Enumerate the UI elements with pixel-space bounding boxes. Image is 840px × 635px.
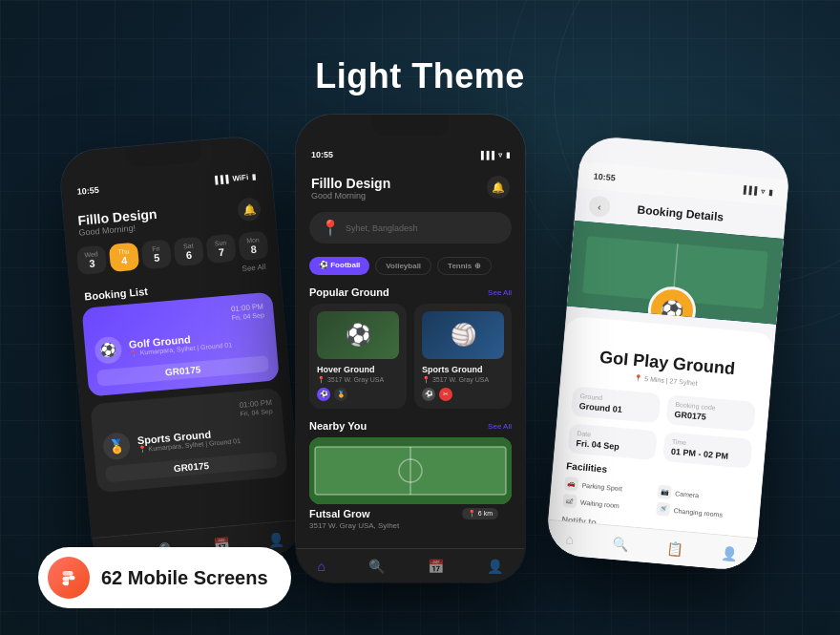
changing-label: Changing rooms: [673, 507, 723, 518]
status-time-center: 10:55: [311, 150, 333, 159]
day-mon[interactable]: Mon 8: [238, 231, 268, 262]
changing-icon: 🚿: [656, 502, 670, 517]
hover-ground-img: ⚽: [317, 311, 399, 359]
sport-tabs: ⚽ Football Volleyball Tennis ⊕: [296, 249, 525, 283]
bottom-badge: 62 Mobile Screens: [38, 547, 291, 608]
battery-icon-c: ▮: [506, 151, 510, 159]
left-screen: 10:55 ▐▐▐ WiFi ▮ Filllo Design Good Morn…: [58, 135, 304, 571]
camera-label: Camera: [675, 490, 699, 498]
nav-home-r[interactable]: ⌂: [565, 531, 575, 547]
detail-date: Date Fri. 04 Sep: [568, 423, 658, 460]
popular-see-all[interactable]: See All: [488, 288, 512, 297]
tab-football[interactable]: ⚽ Football: [309, 257, 369, 275]
waiting-icon: 🛋: [563, 494, 578, 508]
search-bar-center[interactable]: 📍 Syhet, Bangladesh: [309, 212, 512, 243]
nav-profile[interactable]: 👤: [267, 531, 284, 547]
app-info-center: Filllo Design Good Morning: [311, 176, 390, 201]
badge-text: 62 Mobile Screens: [101, 567, 268, 589]
nearby-ground-img: [309, 437, 512, 504]
tab-volleyball[interactable]: Volleyball: [375, 257, 431, 275]
hover-ground-name: Hover Ground: [317, 365, 399, 374]
center-header: Filllo Design Good Morning 🔔: [296, 168, 525, 206]
detail-code: Booking code GR0175: [666, 394, 756, 432]
battery-icon: ▮: [252, 172, 257, 180]
sports-ground-addr: 📍 3517 W. Gray USA: [422, 376, 504, 384]
facility-waiting: 🛋 Waiting room: [563, 494, 654, 515]
day-thu-active[interactable]: Thu 4: [109, 243, 139, 273]
booking-card-normal[interactable]: 01:00 PMFri, 04 Sep 🏅 Sports Ground 📍 Ku…: [90, 388, 287, 493]
action-dot-4: ✂: [439, 388, 452, 401]
wifi-icon-r: ▿: [761, 186, 766, 195]
action-dot-1: ⚽: [317, 388, 330, 401]
app-info-left: Filllo Design Good Morning!: [77, 206, 158, 238]
tab-tennis[interactable]: Tennis ⊕: [437, 257, 491, 275]
nav-calendar-c[interactable]: 📅: [428, 559, 444, 574]
nav-profile-c[interactable]: 👤: [487, 559, 503, 574]
nearby-ground-addr: 3517 W. Gray USA, Sylhet: [296, 521, 525, 530]
battery-icon-r: ▮: [768, 187, 773, 196]
nav-profile-r[interactable]: 👤: [720, 544, 737, 561]
nav-search-r[interactable]: 🔍: [611, 535, 628, 551]
status-time-right: 10:55: [593, 172, 616, 183]
ground-card-hover[interactable]: ⚽ Hover Ground 📍 3517 W. Gray USA ⚽ 🏅: [309, 304, 407, 409]
phone-left: 10:55 ▐▐▐ WiFi ▮ Filllo Design Good Morn…: [58, 135, 304, 571]
search-icon-center: 📍: [321, 219, 340, 237]
watermark: www.25xt.com: [678, 372, 764, 388]
center-screen: 10:55 ▐▐▐ ▿ ▮ Filllo Design Good Morning…: [296, 115, 525, 582]
waiting-label: Waiting room: [580, 498, 620, 509]
wifi-icon-c: ▿: [498, 151, 502, 159]
sports-ground-name: Sports Ground: [422, 365, 504, 374]
parking-icon: 🚗: [564, 476, 578, 491]
hover-ground-addr: 📍 3517 W. Gray USA: [317, 376, 399, 384]
bell-icon-left[interactable]: 🔔: [237, 197, 262, 222]
day-wed[interactable]: Wed 3: [76, 245, 107, 276]
signal-icon-c: ▐▐▐: [478, 151, 494, 159]
camera-icon: 📷: [658, 485, 672, 499]
phone-notch-center: [372, 115, 449, 136]
ground-icon-2: 🏅: [102, 432, 131, 460]
nearby-title: Nearby You: [309, 420, 367, 432]
popular-title: Popular Ground: [309, 286, 389, 298]
nearby-img-inner: [309, 437, 512, 504]
ground-text-1: Golf Ground 📍 Kumarpara, Sylhet | Ground…: [128, 329, 232, 357]
search-text-center: Syhet, Bangladesh: [346, 223, 418, 233]
back-button[interactable]: ‹: [588, 195, 611, 218]
booking-details-title: Booking Details: [617, 201, 744, 225]
day-sun[interactable]: Sun 7: [205, 234, 236, 265]
page-title: Light Theme: [0, 56, 840, 96]
facility-changing: 🚿 Changing rooms: [656, 502, 746, 523]
wifi-icon: WiFi: [232, 173, 249, 182]
nav-bookmark-r[interactable]: 📋: [665, 540, 682, 556]
detail-time: Time 01 PM - 02 PM: [662, 432, 752, 469]
figma-icon: [48, 557, 90, 599]
signal-icon-r: ▐▐▐: [741, 185, 758, 195]
status-icons-center: ▐▐▐ ▿ ▮: [478, 151, 510, 159]
distance-badge: 📍 6 km: [462, 508, 498, 519]
sports-ground-actions: ⚽ ✂: [422, 388, 504, 401]
sports-ground-img: 🏐: [422, 311, 504, 359]
bell-icon-center[interactable]: 🔔: [487, 176, 510, 199]
day-sat[interactable]: Sat 6: [174, 237, 204, 267]
detail-ground: Ground Ground 01: [571, 386, 661, 423]
phone-right: 10:55 ▐▐▐ ▿ ▮ ‹ Booking Details: [545, 135, 791, 571]
nearby-section-header: Nearby You See All: [296, 416, 525, 437]
ground-text-2: Sports Ground 📍 Kumarpara, Sylhet | Grou…: [136, 426, 241, 454]
status-icons-right: ▐▐▐ ▿ ▮: [741, 185, 773, 197]
parking-label: Parking Sport: [581, 481, 622, 492]
header-spacer: [751, 220, 772, 222]
popular-section-header: Popular Ground See All: [296, 283, 525, 304]
ground-card-sports[interactable]: 🏐 Sports Ground 📍 3517 W. Gray USA ⚽ ✂: [414, 304, 512, 409]
hover-ground-actions: ⚽ 🏅: [317, 388, 399, 401]
ground-icon-1: ⚽: [94, 335, 122, 364]
hero-image: ⚽: [567, 221, 784, 325]
day-fri[interactable]: Fri 5: [141, 240, 172, 270]
nearby-see-all[interactable]: See All: [488, 422, 512, 431]
signal-icon: ▐▐▐: [212, 175, 229, 184]
booking-card-active[interactable]: 01:00 PMFri, 04 Sep ⚽ Golf Ground 📍 Kuma…: [81, 291, 279, 396]
status-icons-left: ▐▐▐ WiFi ▮: [212, 172, 256, 184]
nav-home-c[interactable]: ⌂: [318, 559, 326, 574]
app-name-center: Filllo Design: [311, 176, 390, 191]
nearby-ground-name: Futsal Grow: [309, 508, 370, 519]
right-screen: 10:55 ▐▐▐ ▿ ▮ ‹ Booking Details: [545, 135, 791, 571]
nav-search-c[interactable]: 🔍: [368, 559, 385, 574]
